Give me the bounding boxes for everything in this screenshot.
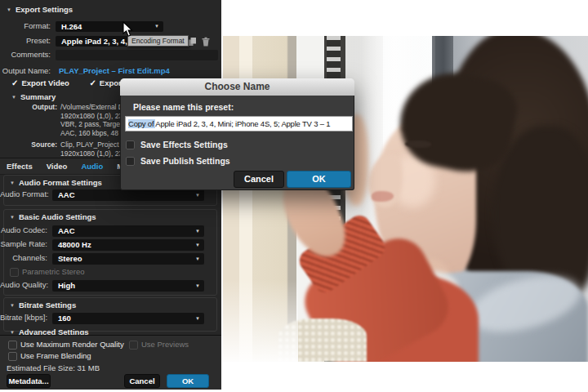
save-publish-settings-row: Save Publish Settings <box>126 155 230 165</box>
parametric-stereo-checkbox[interactable] <box>10 268 19 277</box>
check-icon: ✓ <box>89 78 96 87</box>
check-icon: ✓ <box>11 78 18 87</box>
collapse-triangle-icon: ▼ <box>10 180 15 185</box>
bitrate-settings-header[interactable]: ▼Bitrate Settings <box>10 301 76 310</box>
dialog-ok-button[interactable]: OK <box>287 171 351 188</box>
dialog-cancel-button[interactable]: Cancel <box>234 171 284 188</box>
dialog-ok-label: OK <box>312 174 326 184</box>
preset-name-input[interactable]: Copy of Apple iPad 2, 3, 4, Mini; iPhone… <box>125 116 353 131</box>
encoding-format-tooltip: Encoding Format <box>127 35 189 47</box>
dialog-body: Please name this preset: Copy of Apple i… <box>120 96 354 190</box>
preset-label: Preset: <box>0 36 51 45</box>
panel-footer: Use Maximum Render Quality Use Previews … <box>0 335 221 390</box>
format-dropdown[interactable]: H.264 ▼ <box>56 21 163 32</box>
delete-preset-trash-icon[interactable] <box>201 37 211 47</box>
chevron-down-icon: ▼ <box>154 21 159 32</box>
bitrate-value: 160 <box>58 313 71 324</box>
boy-eye <box>405 140 431 148</box>
dialog-titlebar[interactable]: Choose Name <box>120 78 354 96</box>
sample-rate-label: Sample Rate: <box>0 239 47 248</box>
cancel-button[interactable]: Cancel <box>124 374 160 388</box>
estimated-file-size: Estimated File Size: 31 MB <box>7 363 100 372</box>
collapse-triangle-icon: ▼ <box>10 215 15 220</box>
export-settings-panel: ▼Export Settings Format: H.264 ▼ Preset:… <box>0 0 221 389</box>
summary-source-label: Source: <box>0 140 57 149</box>
audio-codec-label: Audio Codec: <box>0 225 47 234</box>
input-text: Apple iPad 2, 3, 4, Mini; iPhone 4S, 5; … <box>155 119 330 128</box>
audio-format-label: Audio Format: <box>0 189 47 198</box>
comments-input[interactable] <box>56 50 218 60</box>
audio-quality-dropdown[interactable]: High ▼ <box>52 280 204 292</box>
output-name-label: Output Name: <box>0 66 51 75</box>
tab-effects[interactable]: Effects <box>7 162 33 171</box>
audio-quality-value: High <box>58 280 75 292</box>
export-settings-header[interactable]: ▼Export Settings <box>7 5 73 14</box>
use-max-render-quality-checkbox[interactable] <box>8 341 17 350</box>
save-effects-checkbox[interactable] <box>126 140 135 149</box>
chevron-down-icon: ▼ <box>195 189 200 201</box>
tab-video[interactable]: Video <box>47 162 68 171</box>
export-video-label: Export Video <box>21 78 69 87</box>
chevron-down-icon: ▼ <box>195 313 200 324</box>
save-publish-label: Save Publish Settings <box>140 156 230 166</box>
audio-format-settings-title: Audio Format Settings <box>19 178 102 187</box>
sample-rate-value: 48000 Hz <box>58 239 91 251</box>
bitrate-dropdown[interactable]: 160 ▼ <box>52 313 204 324</box>
selected-input-text: Copy of <box>128 119 155 128</box>
export-settings-title: Export Settings <box>16 5 73 14</box>
tab-audio[interactable]: Audio <box>81 162 103 171</box>
metadata-button-label: Metadata... <box>8 376 48 385</box>
basic-audio-settings-title: Basic Audio Settings <box>19 212 96 221</box>
basic-audio-settings-header[interactable]: ▼Basic Audio Settings <box>10 212 96 221</box>
ok-button-label: OK <box>182 376 194 385</box>
audio-codec-dropdown[interactable]: AAC ▼ <box>52 225 204 237</box>
use-previews-label: Use Previews <box>141 340 189 349</box>
window-light-glare <box>223 279 298 362</box>
export-video-checkbox[interactable]: ✓Export Video <box>11 78 69 87</box>
format-value: H.264 <box>61 21 82 32</box>
dialog-prompt: Please name this preset: <box>133 102 234 112</box>
collapse-triangle-icon: ▼ <box>11 95 16 100</box>
cancel-button-label: Cancel <box>129 376 154 385</box>
chevron-down-icon: ▼ <box>195 225 200 237</box>
bitrate-label: Bitrate [kbps]: <box>0 313 47 322</box>
screenshot-root: ▼Export Settings Format: H.264 ▼ Preset:… <box>0 0 588 392</box>
collapse-triangle-icon: ▼ <box>10 303 15 308</box>
output-name-link[interactable]: PLAY_Project – First Edit.mp4 <box>59 66 170 75</box>
use-frame-blending-checkbox[interactable] <box>8 352 17 361</box>
ok-button[interactable]: OK <box>167 374 209 388</box>
audio-format-settings-header[interactable]: ▼Audio Format Settings <box>10 178 102 187</box>
save-effects-settings-row: Save Effects Settings <box>126 139 228 149</box>
bitrate-settings-title: Bitrate Settings <box>19 301 76 310</box>
choose-name-dialog: Choose Name Please name this preset: Cop… <box>120 78 354 190</box>
format-label: Format: <box>0 21 51 30</box>
collapse-triangle-icon: ▼ <box>7 7 11 12</box>
audio-codec-value: AAC <box>58 225 75 237</box>
use-max-render-quality-label: Use Maximum Render Quality <box>20 340 124 349</box>
save-effects-label: Save Effects Settings <box>140 140 228 149</box>
summary-output-label: Output: <box>0 103 57 111</box>
dialog-cancel-label: Cancel <box>244 174 274 184</box>
chevron-down-icon: ▼ <box>195 280 200 292</box>
audio-format-value: AAC <box>58 189 75 201</box>
use-frame-blending-label: Use Frame Blending <box>20 351 91 360</box>
audio-quality-label: Audio Quality: <box>0 280 47 289</box>
comments-label: Comments: <box>0 50 51 59</box>
channels-value: Stereo <box>58 253 82 265</box>
import-preset-button[interactable] <box>187 37 197 47</box>
use-previews-checkbox[interactable] <box>129 341 138 350</box>
chevron-down-icon: ▼ <box>195 253 200 265</box>
save-publish-checkbox[interactable] <box>126 157 135 166</box>
sample-rate-dropdown[interactable]: 48000 Hz ▼ <box>52 239 204 251</box>
mouse-cursor <box>122 21 134 38</box>
dialog-title: Choose Name <box>204 81 270 92</box>
channels-dropdown[interactable]: Stereo ▼ <box>52 253 204 265</box>
channels-label: Channels: <box>0 253 47 262</box>
metadata-button[interactable]: Metadata... <box>7 374 51 388</box>
chevron-down-icon: ▼ <box>195 239 200 251</box>
audio-format-dropdown[interactable]: AAC ▼ <box>52 189 204 201</box>
summary-header[interactable]: ▼Summary <box>11 92 56 101</box>
parametric-stereo-label: Parametric Stereo <box>22 267 85 276</box>
summary-title: Summary <box>20 92 56 101</box>
